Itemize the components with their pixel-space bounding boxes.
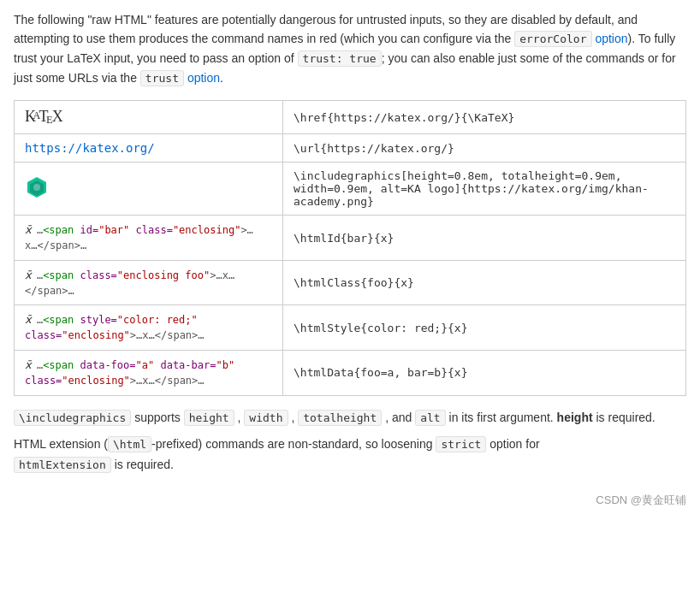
htmlstyle-left-cell: x̄ …<span style="color: red;"class="encl… — [15, 305, 283, 351]
url-left-cell: https://katex.org/ — [15, 134, 283, 163]
html-prefix-code: \html — [108, 436, 151, 452]
is-required-text: is required. — [596, 411, 656, 424]
html-ext-text-1: HTML extension ( — [14, 437, 108, 451]
htmldata-right-cell: \htmlData{foo=a, bar=b}{x} — [283, 351, 686, 396]
watermark: CSDN @黄金旺铺 — [14, 493, 686, 508]
includegraphics-right-cell: \includegraphics[height=0.8em, totalheig… — [283, 163, 686, 216]
html-text-5: is required. — [115, 458, 174, 471]
first-arg-text: in its first argument. — [449, 411, 557, 424]
includegraphics-description: \includegraphics supports height , width… — [14, 408, 686, 428]
and-text: , and — [385, 411, 415, 424]
html-extension-code: htmlExtension — [14, 457, 111, 473]
x-italic-4: x̄ — [25, 358, 32, 371]
html-text-3: -prefixed) commands are non-standard, so… — [151, 437, 432, 451]
htmlclass-right-cell: \htmlClass{foo}{x} — [283, 260, 686, 305]
table-row: KATEX \href{https://katex.org/}{\KaTeX} — [15, 100, 686, 134]
table-row: x̄ …<span data-foo="a" data-bar="b"class… — [15, 351, 686, 396]
comma-2: , — [291, 411, 298, 424]
khan-academy-logo-icon — [25, 175, 49, 199]
htmlstyle-snippet: …<span style="color: red;"class="enclosi… — [25, 314, 205, 341]
html-text-4: option for — [489, 437, 539, 451]
alt-code: alt — [415, 410, 445, 426]
katex-right-cell: \href{https://katex.org/}{\KaTeX} — [283, 100, 686, 134]
supports-text: supports — [134, 411, 184, 424]
html-extension-description: HTML extension (\html-prefixed) commands… — [14, 434, 686, 476]
table-row: x̄ …<span class="enclosing foo">…x…</spa… — [15, 260, 686, 305]
totalheight-code: totalheight — [298, 410, 382, 426]
htmldata-left-cell: x̄ …<span data-foo="a" data-bar="b"class… — [15, 351, 283, 396]
intro-paragraph: The following "raw HTML" features are po… — [14, 10, 686, 88]
htmlclass-snippet: …<span class="enclosing foo">…x…</span>… — [25, 269, 234, 297]
width-code: width — [244, 410, 288, 426]
x-italic-2: x̄ — [25, 269, 32, 281]
htmlclass-left-cell: x̄ …<span class="enclosing foo">…x…</spa… — [15, 260, 283, 305]
url-right-cell: \url{https://katex.org/} — [283, 134, 686, 163]
htmlid-right-cell: \htmlId{bar}{x} — [283, 216, 686, 261]
x-italic-3: x̄ — [25, 313, 32, 326]
htmlid-snippet: …<span id="bar" class="enclosing">…x…</s… — [25, 224, 253, 251]
htmldata-snippet: …<span data-foo="a" data-bar="b"class="e… — [25, 359, 234, 387]
trust-true-code: trust: true — [298, 50, 382, 67]
htmlid-left-cell: x̄ …<span id="bar" class="enclosing">…x…… — [15, 216, 283, 261]
error-color-code: errorColor — [514, 31, 591, 47]
includegraphics-left-cell — [15, 163, 283, 216]
strict-code: strict — [436, 436, 486, 452]
table-row: \includegraphics[height=0.8em, totalheig… — [15, 163, 686, 216]
svg-point-2 — [33, 184, 40, 191]
table-row: x̄ …<span style="color: red;"class="encl… — [15, 305, 686, 351]
katex-logo: KATEX — [25, 108, 62, 125]
url-link[interactable]: https://katex.org/ — [25, 141, 155, 155]
x-italic: x̄ — [25, 223, 32, 236]
demo-table: KATEX \href{https://katex.org/}{\KaTeX} … — [14, 100, 686, 396]
includegraphics-code: \includegraphics — [14, 410, 131, 426]
trust-code: trust — [140, 70, 184, 86]
intro-text-4: . — [220, 71, 223, 85]
table-row: https://katex.org/ \url{https://katex.or… — [15, 134, 686, 163]
option-link-2[interactable]: option — [187, 71, 220, 85]
height-bold: height — [557, 411, 593, 424]
height-code-1: height — [184, 410, 234, 426]
option-link-1[interactable]: option — [595, 32, 627, 45]
katex-left-cell: KATEX — [15, 100, 283, 134]
table-row: x̄ …<span id="bar" class="enclosing">…x…… — [15, 216, 686, 261]
htmlstyle-right-cell: \htmlStyle{color: red;}{x} — [283, 305, 686, 351]
